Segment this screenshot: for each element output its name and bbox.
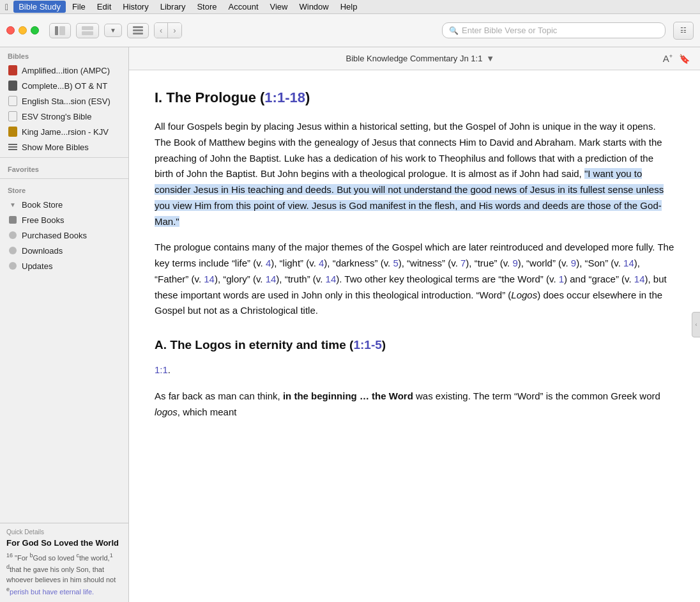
sidebar-item-label-downloads: Downloads	[22, 246, 63, 256]
menu-account[interactable]: Account	[224, 1, 264, 13]
sidebar-item-downloads[interactable]: Downloads	[0, 243, 128, 258]
verse-ref-9a[interactable]: 9	[512, 258, 517, 268]
verse-1-1-link[interactable]: 1:1	[155, 364, 168, 375]
circle-icon-downloads	[8, 245, 18, 256]
sidebar-item-label-ampc: Amplified...ition (AMPC)	[22, 66, 110, 75]
para3-bold: in the beginning … the Word	[283, 390, 413, 401]
main-layout: Bibles Amplified...ition (AMPC) Complete…	[0, 47, 700, 602]
verse-ref-14e[interactable]: 14	[634, 274, 645, 284]
layout-button[interactable]: ☷	[673, 22, 694, 40]
para3-logos: logos	[155, 406, 178, 417]
sidebar-item-label-freebooks: Free Books	[22, 215, 64, 225]
h1-link[interactable]: 1:1-18	[264, 89, 305, 105]
search-bar[interactable]: 🔍 Enter Bible Verse or Topic	[442, 22, 666, 38]
book-title: Bible Knowledge Commentary Jn 1:1 ▼	[346, 54, 494, 63]
forward-button[interactable]: ›	[168, 23, 181, 38]
sidebar: Bibles Amplified...ition (AMPC) Complete…	[0, 47, 129, 602]
sidebar-item-label-purchased: Purchased Books	[22, 231, 87, 240]
verse-ref-14d[interactable]: 14	[326, 274, 337, 284]
menu-library[interactable]: Library	[155, 1, 191, 13]
svg-rect-3	[82, 31, 93, 35]
h2-text: A. The Logos in eternity and time (	[155, 338, 353, 351]
apple-menu[interactable]: 	[5, 2, 8, 12]
sidebar-item-label-esv-strong: ESV Strong's Bible	[22, 112, 91, 121]
para2-j: ). Two other key theological terms are “…	[336, 274, 558, 284]
quick-details-verse: 16 "For bGod so loved cthe world,1 dthat…	[6, 552, 122, 597]
bookmark-button[interactable]: 🔖	[679, 54, 690, 64]
quick-details-label: Quick Details	[6, 529, 122, 536]
text-size-button[interactable]: A+	[663, 53, 673, 64]
verse-sup-1: 1	[110, 552, 113, 559]
sidebar-item-freebooks[interactable]: Free Books	[0, 212, 128, 228]
panel-toggle-button[interactable]	[76, 23, 99, 38]
para2-f: ), “Son” (v.	[576, 258, 623, 268]
svg-rect-5	[133, 29, 143, 31]
sidebar-toggle-button[interactable]	[49, 23, 71, 38]
chapter-heading: I. The Prologue (1:1-18)	[155, 89, 674, 106]
divider-store	[0, 178, 128, 179]
panel-toggle-arrow[interactable]: ▼	[104, 24, 122, 37]
minimize-button[interactable]	[19, 26, 27, 35]
sidebar-item-purchased[interactable]: Purchased Books	[0, 228, 128, 243]
search-placeholder: Enter Bible Verse or Topic	[462, 26, 557, 35]
square-icon-free	[8, 215, 18, 225]
paragraph-3: As far back as man can think, in the beg…	[155, 389, 674, 421]
chevron-icon: ▼	[8, 199, 18, 210]
para2-e: ), “world” (v.	[518, 258, 571, 268]
h2-link[interactable]: 1:1-5	[353, 338, 381, 351]
sidebar-item-kjv[interactable]: King Jame...rsion - KJV	[0, 124, 128, 139]
verse-text-c: the world,	[79, 554, 110, 562]
svg-rect-6	[133, 33, 143, 35]
menu-window[interactable]: Window	[294, 1, 333, 13]
menu-view[interactable]: View	[265, 1, 293, 13]
verse-ref-14b[interactable]: 14	[204, 274, 215, 284]
sidebar-item-updates[interactable]: Updates	[0, 258, 128, 274]
book-title-dropdown[interactable]: ▼	[486, 54, 494, 63]
verse-1-1-ref: 1:1.	[155, 362, 674, 378]
verse-ref-14c[interactable]: 14	[266, 274, 277, 284]
menu-file[interactable]: File	[67, 1, 91, 13]
menu-help[interactable]: Help	[335, 1, 363, 13]
verse-ref-14a[interactable]: 14	[623, 258, 634, 268]
window-controls	[6, 26, 39, 35]
verse-text-a: "For	[15, 554, 29, 562]
menu-bible-study[interactable]: Bible Study	[13, 1, 66, 13]
sidebar-item-label-complete: Complete...B) OT & NT	[22, 81, 107, 91]
verse-ref-9b[interactable]: 9	[571, 258, 576, 268]
para2-a: ), “light” (v.	[271, 258, 319, 268]
paragraph-2: The prologue contains many of the major …	[155, 240, 674, 319]
collapse-handle[interactable]: ‹	[692, 312, 700, 337]
bible-icon-tan-kjv	[8, 127, 18, 137]
sidebar-item-label-bookstore: Book Store	[22, 200, 63, 210]
bibles-header: Bibles	[0, 47, 128, 63]
section-heading-a: A. The Logos in eternity and time (1:1-5…	[155, 338, 674, 352]
book-header-controls: A+ 🔖	[663, 53, 690, 64]
back-button[interactable]: ‹	[155, 23, 168, 38]
menu-store[interactable]: Store	[192, 1, 222, 13]
menu-edit[interactable]: Edit	[92, 1, 116, 13]
svg-rect-4	[133, 26, 143, 28]
show-more-bibles-button[interactable]: Show More Bibles	[0, 139, 128, 155]
sidebar-item-bookstore[interactable]: ▼ Book Store	[0, 197, 128, 212]
book-title-text: Bible Knowledge Commentary Jn 1:1	[346, 54, 482, 63]
para2-k: ) and “grace” (v.	[564, 274, 634, 284]
verse-link-perish[interactable]: perish but have eternal life.	[10, 588, 94, 596]
hamburger-icon	[8, 142, 18, 152]
svg-rect-1	[59, 26, 65, 35]
verse-ref-1[interactable]: 1	[559, 274, 564, 284]
content-wrapper: Bible Knowledge Commentary Jn 1:1 ▼ A+ 🔖…	[129, 47, 700, 602]
maximize-button[interactable]	[31, 26, 39, 35]
sidebar-item-esv-strong[interactable]: ESV Strong's Bible	[0, 109, 128, 124]
h2-end: )	[382, 338, 386, 351]
sidebar-item-esv[interactable]: English Sta...sion (ESV)	[0, 93, 128, 109]
list-view-button[interactable]	[127, 23, 149, 38]
content-scroll[interactable]: I. The Prologue (1:1-18) All four Gospel…	[129, 70, 700, 602]
verse-dot: .	[168, 364, 171, 375]
sidebar-item-complete[interactable]: Complete...B) OT & NT	[0, 78, 128, 93]
close-button[interactable]	[6, 26, 15, 35]
verse-ref-5[interactable]: 5	[393, 258, 398, 268]
menu-history[interactable]: History	[118, 1, 153, 13]
nav-buttons: ‹ ›	[154, 22, 182, 38]
bible-icon-dark-complete	[8, 81, 18, 91]
sidebar-item-ampc[interactable]: Amplified...ition (AMPC)	[0, 63, 128, 78]
